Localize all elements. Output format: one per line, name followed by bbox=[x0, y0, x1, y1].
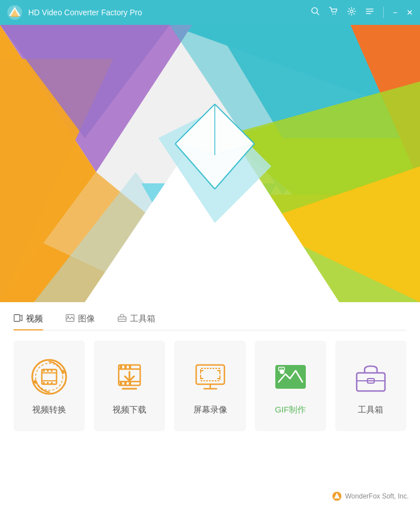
search-icon[interactable] bbox=[311, 7, 320, 18]
card-gif-make[interactable]: G GIF制作 bbox=[255, 341, 326, 431]
card-toolbox-label: 工具箱 bbox=[358, 405, 383, 415]
toolbox-tab-icon bbox=[118, 314, 127, 324]
video-download-icon bbox=[110, 357, 149, 397]
menu-icon[interactable] bbox=[365, 7, 374, 18]
svg-point-7 bbox=[350, 10, 353, 13]
svg-rect-47 bbox=[43, 369, 45, 372]
svg-rect-49 bbox=[51, 369, 53, 372]
svg-rect-46 bbox=[42, 380, 57, 381]
card-video-download-label: 视频下载 bbox=[112, 405, 146, 415]
tab-nav: 视频 图像 工具箱 bbox=[14, 313, 406, 330]
svg-rect-61 bbox=[120, 382, 122, 385]
titlebar: HD Video Converter Factory Pro bbox=[0, 0, 420, 25]
svg-rect-74 bbox=[357, 373, 385, 391]
toolbox-icon bbox=[351, 357, 391, 397]
svg-rect-58 bbox=[120, 365, 122, 368]
bottom-section: 视频 图像 工具箱 bbox=[0, 302, 420, 507]
screen-record-icon bbox=[190, 357, 230, 397]
close-button[interactable]: ✕ bbox=[406, 8, 413, 17]
card-video-download[interactable]: 视频下载 bbox=[94, 341, 165, 431]
footer-text: WonderFox Soft, Inc. bbox=[345, 492, 409, 500]
titlebar-separator bbox=[383, 7, 384, 18]
cart-icon[interactable] bbox=[329, 7, 338, 18]
card-video-convert-label: 视频转换 bbox=[32, 405, 66, 415]
card-gif-make-label: GIF制作 bbox=[275, 405, 306, 415]
svg-point-39 bbox=[67, 316, 69, 317]
tab-image-label: 图像 bbox=[78, 313, 95, 324]
svg-rect-66 bbox=[196, 365, 224, 384]
titlebar-controls: − ✕ bbox=[311, 7, 413, 18]
video-tab-icon bbox=[14, 314, 23, 324]
minimize-button[interactable]: − bbox=[393, 8, 397, 17]
svg-line-4 bbox=[317, 13, 319, 15]
svg-rect-52 bbox=[51, 382, 53, 384]
svg-text:G: G bbox=[280, 368, 283, 371]
hero-area bbox=[0, 25, 420, 302]
svg-rect-56 bbox=[119, 368, 140, 370]
gif-make-icon: G bbox=[271, 357, 310, 397]
card-screen-record-label: 屏幕录像 bbox=[193, 405, 227, 415]
svg-rect-67 bbox=[201, 368, 220, 381]
tab-toolbox[interactable]: 工具箱 bbox=[118, 313, 155, 330]
footer: WonderFox Soft, Inc. bbox=[332, 491, 409, 501]
tab-image[interactable]: 图像 bbox=[66, 313, 95, 330]
cards-grid: 视频转换 bbox=[14, 341, 406, 431]
svg-rect-48 bbox=[47, 369, 49, 372]
video-convert-icon bbox=[29, 357, 69, 397]
svg-rect-51 bbox=[47, 382, 49, 384]
svg-rect-60 bbox=[129, 365, 131, 368]
svg-rect-50 bbox=[43, 382, 45, 384]
card-toolbox[interactable]: 工具箱 bbox=[335, 341, 406, 431]
wonderfox-logo bbox=[332, 491, 342, 501]
card-video-convert[interactable]: 视频转换 bbox=[14, 341, 85, 431]
tab-toolbox-label: 工具箱 bbox=[130, 313, 155, 324]
image-tab-icon bbox=[66, 314, 75, 324]
svg-rect-63 bbox=[129, 382, 131, 385]
svg-rect-45 bbox=[42, 372, 57, 373]
svg-rect-59 bbox=[124, 365, 127, 368]
card-screen-record[interactable]: 屏幕录像 bbox=[174, 341, 245, 431]
svg-point-5 bbox=[332, 14, 334, 15]
svg-rect-37 bbox=[14, 315, 20, 321]
svg-point-42 bbox=[32, 360, 66, 394]
svg-rect-62 bbox=[124, 382, 127, 385]
tab-video[interactable]: 视频 bbox=[14, 313, 43, 330]
svg-point-43 bbox=[36, 363, 63, 390]
settings-icon[interactable] bbox=[347, 7, 356, 18]
app-title: HD Video Converter Factory Pro bbox=[28, 8, 311, 17]
svg-point-6 bbox=[335, 14, 336, 15]
app-logo bbox=[7, 5, 23, 20]
tab-video-label: 视频 bbox=[26, 313, 43, 324]
